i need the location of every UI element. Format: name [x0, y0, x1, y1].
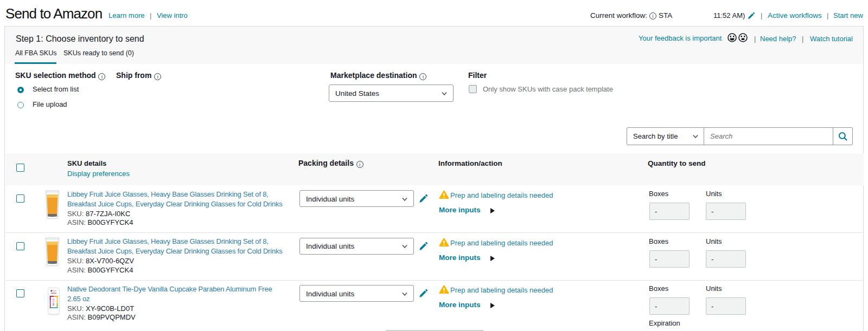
svg-text:NATIVE: NATIVE	[53, 298, 55, 306]
